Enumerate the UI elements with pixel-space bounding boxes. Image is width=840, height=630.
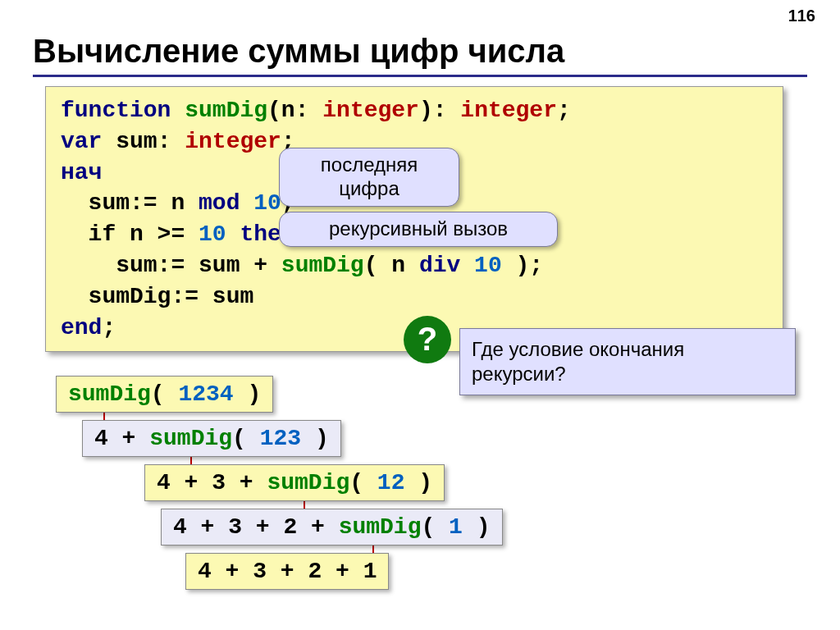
step-token: 12	[377, 470, 405, 495]
step-token: 123	[260, 426, 301, 451]
step-token: sumDig	[267, 470, 349, 495]
code-token: var	[61, 129, 116, 154]
code-token: sumDig	[281, 253, 364, 278]
step-token: 1	[449, 514, 463, 540]
step-token: 1234	[178, 381, 233, 407]
code-token: ;	[557, 98, 571, 123]
step-token: )	[234, 381, 262, 407]
code-token: integer	[322, 98, 419, 123]
step-token: )	[404, 470, 432, 495]
page-number: 116	[788, 7, 815, 25]
step-token: sumDig	[149, 426, 232, 451]
step-token: )	[463, 514, 491, 540]
code-token: end	[61, 315, 102, 340]
code-token: ;	[102, 315, 116, 340]
step-token: 4 + 3 + 2 +	[173, 514, 339, 540]
step-3: 4 + 3 + sumDig( 12 )	[144, 464, 445, 501]
step-token: 4 + 3 +	[157, 470, 267, 495]
code-token: function	[61, 98, 185, 123]
code-token: 10	[474, 253, 515, 278]
code-token: integer	[460, 98, 557, 123]
step-token: (	[349, 470, 377, 495]
step-token: 4 +	[94, 426, 149, 451]
code-token: div	[419, 253, 474, 278]
callout-last-digit: последняя цифра	[279, 148, 459, 207]
question-box: Где условие окончания рекурсии?	[459, 328, 796, 395]
callout-recursive-call: рекурсивный вызов	[279, 212, 558, 247]
code-token: ):	[419, 98, 460, 123]
code-token: 10	[199, 221, 240, 247]
page-title: Вычисление суммы цифр числа	[33, 33, 807, 77]
step-5: 4 + 3 + 2 + 1	[185, 553, 389, 590]
code-token: нач	[61, 160, 102, 185]
code-token: sumDig	[185, 98, 267, 123]
step-token: (	[232, 426, 260, 451]
step-token: sumDig	[68, 381, 151, 407]
step-2: 4 + sumDig( 123 )	[82, 420, 341, 457]
step-token: (	[151, 381, 179, 407]
step-token: sumDig	[339, 514, 422, 540]
step-token: )	[301, 426, 329, 451]
code-token: integer	[185, 129, 281, 154]
code-token: sum:= sum +	[61, 253, 281, 278]
code-token: (n:	[267, 98, 322, 123]
step-4: 4 + 3 + 2 + sumDig( 1 )	[161, 509, 503, 546]
code-token: sum:= n	[61, 190, 199, 216]
code-token: sumDig:= sum	[61, 284, 253, 309]
step-token: 4 + 3 + 2 + 1	[198, 559, 377, 584]
code-token: ( n	[364, 253, 419, 278]
code-token: mod	[199, 190, 253, 216]
code-token: sum:	[116, 129, 185, 154]
step-1: sumDig( 1234 )	[56, 376, 273, 413]
code-token: 10	[253, 190, 281, 216]
code-token: if n >=	[61, 221, 199, 247]
code-token: );	[516, 253, 544, 278]
step-token: (	[421, 514, 449, 540]
question-mark-icon: ?	[404, 316, 451, 363]
